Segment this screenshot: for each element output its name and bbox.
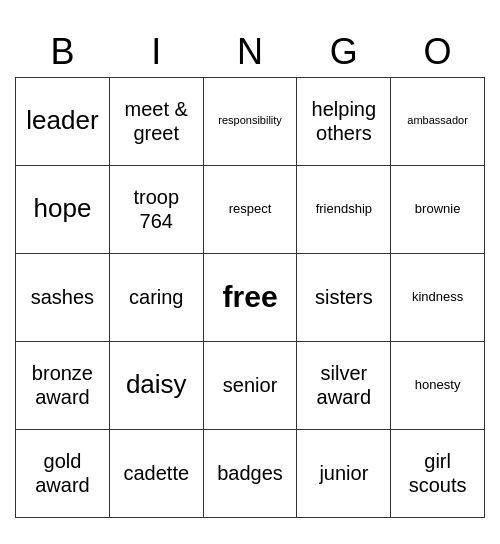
bingo-cell: helpingothers bbox=[297, 77, 391, 165]
bingo-cell: ambassador bbox=[391, 77, 485, 165]
bingo-cell: honesty bbox=[391, 341, 485, 429]
bingo-cell: cadette bbox=[109, 429, 203, 517]
bingo-cell: daisy bbox=[109, 341, 203, 429]
bingo-letter: O bbox=[391, 27, 485, 78]
bingo-row: hopetroop764respectfriendshipbrownie bbox=[16, 165, 485, 253]
bingo-cell: free bbox=[203, 253, 297, 341]
bingo-cell: junior bbox=[297, 429, 391, 517]
bingo-letter: B bbox=[16, 27, 110, 78]
bingo-row: goldawardcadettebadgesjuniorgirlscouts bbox=[16, 429, 485, 517]
bingo-cell: hope bbox=[16, 165, 110, 253]
bingo-cell: girlscouts bbox=[391, 429, 485, 517]
bingo-row: bronzeawarddaisyseniorsilverawardhonesty bbox=[16, 341, 485, 429]
bingo-header: BINGO bbox=[16, 27, 485, 78]
bingo-cell: friendship bbox=[297, 165, 391, 253]
bingo-letter: G bbox=[297, 27, 391, 78]
bingo-cell: leader bbox=[16, 77, 110, 165]
bingo-cell: sashes bbox=[16, 253, 110, 341]
bingo-cell: responsibility bbox=[203, 77, 297, 165]
bingo-letter: N bbox=[203, 27, 297, 78]
bingo-cell: bronzeaward bbox=[16, 341, 110, 429]
bingo-cell: senior bbox=[203, 341, 297, 429]
bingo-card: BINGO leadermeet &greetresponsibilityhel… bbox=[15, 27, 485, 518]
bingo-letter: I bbox=[109, 27, 203, 78]
bingo-cell: brownie bbox=[391, 165, 485, 253]
bingo-cell: badges bbox=[203, 429, 297, 517]
bingo-cell: respect bbox=[203, 165, 297, 253]
bingo-cell: sisters bbox=[297, 253, 391, 341]
bingo-cell: kindness bbox=[391, 253, 485, 341]
bingo-cell: troop764 bbox=[109, 165, 203, 253]
bingo-cell: goldaward bbox=[16, 429, 110, 517]
bingo-row: sashescaringfreesisterskindness bbox=[16, 253, 485, 341]
bingo-cell: meet &greet bbox=[109, 77, 203, 165]
bingo-row: leadermeet &greetresponsibilityhelpingot… bbox=[16, 77, 485, 165]
bingo-cell: caring bbox=[109, 253, 203, 341]
bingo-cell: silveraward bbox=[297, 341, 391, 429]
